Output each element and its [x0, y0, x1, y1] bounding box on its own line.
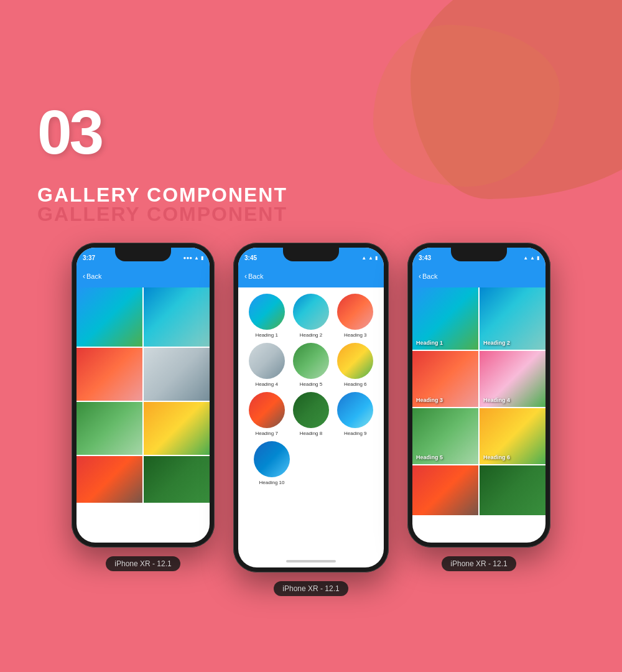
status-icons-right: ▲ ▲ ▮	[523, 255, 539, 261]
gallery-item-2[interactable]: Heading 2	[292, 294, 330, 338]
item-label-1: Heading 1	[255, 332, 277, 338]
item-label-4: Heading 4	[255, 381, 277, 387]
cell-left-2[interactable]	[144, 287, 210, 347]
gallery-circles: Heading 1 Heading 2 Heading 3	[238, 287, 384, 497]
image-dark-green	[144, 456, 210, 503]
home-indicator-center	[286, 560, 336, 562]
cell-right-5[interactable]: Heading 5	[412, 408, 478, 464]
phone-center-screen: 3:45 ▲ ▲ ▮ ‹ Back	[238, 248, 384, 567]
nav-back-right[interactable]: ‹ Back	[419, 272, 437, 281]
cell-left-5[interactable]	[77, 402, 142, 455]
phone-center-label: iPhone XR - 12.1	[274, 581, 348, 596]
nav-back-center[interactable]: ‹ Back	[244, 272, 263, 281]
section-title-shadow: GALLERY COMPONENT	[37, 203, 287, 226]
back-chevron-center: ‹	[244, 272, 247, 281]
nav-back-left[interactable]: ‹ Back	[83, 272, 101, 281]
image-aerial	[144, 287, 210, 347]
gallery-item-4[interactable]: Heading 4	[248, 343, 285, 387]
image-strawberry	[77, 456, 142, 503]
image-foggy	[144, 348, 210, 401]
item-label-9: Heading 9	[344, 431, 366, 436]
phone-left-wrapper: 3:37 ●●● ▲ ▮ ‹ Back	[72, 243, 215, 571]
battery-icon-r: ▮	[537, 255, 539, 261]
section-number: 03	[37, 96, 101, 168]
back-chevron-left: ‹	[83, 272, 85, 281]
circle-3	[337, 294, 373, 330]
status-time-right: 3:43	[419, 254, 431, 261]
img-r8	[480, 465, 545, 515]
item-label-2: Heading 2	[300, 332, 322, 338]
gallery-row-2: Heading 4 Heading 5 Heading 6	[244, 343, 378, 387]
nav-bar-left: ‹ Back	[77, 265, 210, 287]
phone-right-wrapper: 3:43 ▲ ▲ ▮ ‹ Back	[407, 243, 550, 571]
back-label-center: Back	[248, 273, 263, 280]
section-title: GALLERY COMPONENT GALLERY COMPONENT	[37, 184, 287, 226]
label-r3: Heading 3	[416, 397, 443, 403]
label-r4: Heading 4	[483, 397, 510, 403]
circle-7	[249, 392, 285, 428]
cell-left-1[interactable]	[77, 287, 142, 347]
status-icons-left: ●●● ▲ ▮	[183, 255, 203, 261]
phone-left-label: iPhone XR - 12.1	[106, 556, 180, 571]
cell-right-2[interactable]: Heading 2	[480, 287, 545, 350]
gallery-row-4: Heading 10	[244, 441, 378, 485]
circle-5	[293, 343, 329, 379]
gallery-grid-left	[77, 287, 210, 503]
cell-right-1[interactable]: Heading 1	[412, 287, 478, 350]
phones-container: 3:37 ●●● ▲ ▮ ‹ Back	[0, 243, 622, 596]
cell-right-3[interactable]: Heading 3	[412, 351, 478, 407]
notch-center	[283, 248, 339, 261]
phone-right-label: iPhone XR - 12.1	[442, 556, 516, 571]
battery-icon: ▮	[201, 255, 203, 261]
gallery-row-3: Heading 7 Heading 8 Heading 9	[244, 392, 378, 436]
wifi-icon-r: ▲	[530, 255, 535, 261]
circle-4	[249, 343, 285, 379]
status-icons-center: ▲ ▲ ▮	[361, 255, 378, 261]
cell-left-8[interactable]	[144, 456, 210, 503]
phone-left-screen: 3:37 ●●● ▲ ▮ ‹ Back	[77, 248, 210, 543]
gallery-item-7[interactable]: Heading 7	[248, 392, 285, 436]
gallery-item-9[interactable]: Heading 9	[337, 392, 374, 436]
signal-icon-c: ▲	[361, 255, 366, 261]
label-r1: Heading 1	[416, 340, 443, 346]
item-label-6: Heading 6	[344, 381, 366, 387]
item-label-7: Heading 7	[255, 431, 277, 436]
nav-bar-center: ‹ Back	[238, 265, 384, 287]
item-label-5: Heading 5	[300, 381, 322, 387]
nav-bar-right: ‹ Back	[412, 265, 545, 287]
status-time-left: 3:37	[83, 254, 95, 261]
item-label-8: Heading 8	[300, 431, 322, 436]
gallery-item-5[interactable]: Heading 5	[292, 343, 330, 387]
cell-right-7[interactable]	[412, 465, 478, 515]
wifi-icon-c: ▲	[368, 255, 373, 261]
cell-right-6[interactable]: Heading 6	[480, 408, 545, 464]
label-r5: Heading 5	[416, 454, 443, 460]
cell-right-8[interactable]	[480, 465, 545, 515]
image-green-leaves	[77, 402, 142, 455]
gallery-item-10[interactable]: Heading 10	[253, 441, 290, 485]
item-label-10: Heading 10	[259, 480, 285, 485]
gallery-row-1: Heading 1 Heading 2 Heading 3	[244, 294, 378, 338]
cell-left-3[interactable]	[77, 348, 142, 401]
image-sunflower	[144, 402, 210, 455]
gallery-item-8[interactable]: Heading 8	[292, 392, 330, 436]
back-chevron-right: ‹	[419, 272, 421, 281]
back-label-right: Back	[422, 273, 437, 280]
notch-right	[451, 248, 507, 261]
gallery-item-1[interactable]: Heading 1	[248, 294, 285, 338]
signal-icon-r: ▲	[523, 255, 528, 261]
phone-center-wrapper: 3:45 ▲ ▲ ▮ ‹ Back	[233, 243, 389, 596]
battery-icon-c: ▮	[375, 255, 378, 261]
wifi-icon: ▲	[194, 255, 199, 261]
gallery-item-6[interactable]: Heading 6	[337, 343, 374, 387]
cell-left-4[interactable]	[144, 348, 210, 401]
gallery-grid-right: Heading 1 Heading 2 Heading 3 Heading 4	[412, 287, 545, 515]
circle-2	[293, 294, 329, 330]
circle-8	[293, 392, 329, 428]
back-label-left: Back	[86, 273, 101, 280]
phone-center: 3:45 ▲ ▲ ▮ ‹ Back	[233, 243, 389, 572]
cell-left-7[interactable]	[77, 456, 142, 503]
cell-left-6[interactable]	[144, 402, 210, 455]
cell-right-4[interactable]: Heading 4	[480, 351, 545, 407]
gallery-item-3[interactable]: Heading 3	[337, 294, 374, 338]
